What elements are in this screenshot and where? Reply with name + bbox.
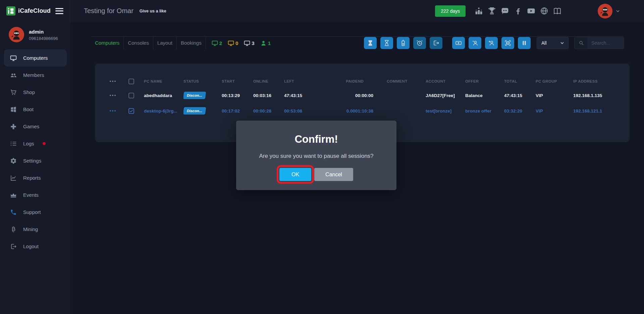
sidebar-item-mining[interactable]: Mining — [0, 221, 70, 238]
tab-computers[interactable]: Computers — [92, 37, 124, 49]
sidebar-item-settings[interactable]: Settings — [0, 152, 70, 169]
youtube-icon[interactable] — [527, 7, 535, 15]
col-end[interactable]: END — [355, 79, 387, 83]
logs-icon — [10, 140, 17, 147]
col-total[interactable]: TOTAL — [504, 79, 536, 83]
sidebar-item-boot[interactable]: Boot — [0, 101, 70, 118]
dialog-title: Confirm! — [236, 133, 396, 145]
sidebar-user-block[interactable]: admin 096184986696 — [0, 22, 70, 42]
counter-value: 0 — [235, 40, 238, 46]
col-paid[interactable]: PAID — [346, 79, 355, 83]
app-logo: iCafeCloud — [6, 6, 51, 15]
sidebar-item-label: Shop — [23, 89, 35, 95]
cell-account: JA6D27[Free] — [426, 93, 465, 98]
logo-text: iCafeCloud — [18, 7, 51, 14]
sidebar-item-games[interactable]: Games — [0, 118, 70, 135]
cell-total: 47:43:15 — [504, 93, 536, 98]
search-icon — [575, 37, 588, 49]
col-status[interactable]: STATUS — [183, 79, 222, 83]
hourglass-filled-icon[interactable] — [364, 37, 377, 49]
member-add-icon[interactable] — [485, 37, 498, 49]
cash-icon[interactable] — [452, 37, 465, 49]
cell-online: 00:03:16 — [253, 93, 284, 98]
tab-layout[interactable]: Layout — [153, 37, 177, 49]
cell-online: 00:00:28 — [253, 108, 284, 114]
computer-row[interactable]: desktop-6j3rg... Discon... 00:17:02 00:0… — [103, 103, 622, 119]
facebook-icon[interactable] — [514, 7, 522, 15]
member-star-icon[interactable] — [469, 37, 481, 49]
hourglass-icon[interactable] — [380, 37, 393, 49]
header-menu-icon[interactable] — [103, 81, 128, 82]
col-pc-group[interactable]: PC GROUP — [536, 79, 573, 83]
computer-row[interactable]: abedhaddara Discon... 00:13:29 00:03:16 … — [103, 88, 622, 103]
row-checkbox[interactable] — [128, 93, 134, 98]
cell-ip-address: 192.168.121.1 — [573, 108, 622, 114]
cell-end: 01:10:38 — [355, 108, 387, 114]
ok-button[interactable]: OK — [279, 168, 311, 181]
status-badge: Discon... — [183, 107, 206, 115]
sidebar-item-support[interactable]: Support — [0, 204, 70, 221]
col-comment[interactable]: COMMENT — [387, 79, 426, 83]
sidebar-item-events[interactable]: Events — [0, 186, 70, 204]
col-left[interactable]: LEFT — [284, 79, 341, 83]
counter-value: 2 — [219, 40, 222, 46]
pc-group-filter-select[interactable]: All — [537, 37, 569, 49]
top-header: iCafeCloud Testing for Omar Give us a li… — [0, 0, 644, 22]
sign-out-icon[interactable] — [430, 37, 442, 49]
cancel-button[interactable]: Cancel — [314, 168, 353, 181]
give-us-a-like-link[interactable]: Give us a like — [140, 9, 166, 13]
tab-consoles[interactable]: Consoles — [124, 37, 153, 49]
col-ip-address[interactable]: IP ADDRESS — [573, 79, 622, 83]
crown-icon — [10, 192, 17, 198]
alarm-icon[interactable] — [413, 37, 426, 49]
pause-icon[interactable] — [518, 37, 531, 49]
logs-alert-dot — [43, 142, 46, 145]
sidebar-item-shop[interactable]: Shop — [0, 84, 70, 101]
sidebar-nav: Computers Members Shop Boot Games Logs S… — [0, 49, 70, 255]
discord-icon[interactable] — [501, 7, 509, 15]
filter-selected-value: All — [541, 40, 547, 46]
trophy-icon[interactable] — [488, 7, 496, 15]
counter-members: 1 — [260, 40, 271, 46]
col-offer[interactable]: OFFER — [465, 79, 504, 83]
account-menu[interactable] — [598, 4, 621, 18]
cell-pc-group: VIP — [536, 108, 573, 114]
row-menu-icon[interactable] — [103, 95, 128, 96]
sidebar-item-members[interactable]: Members — [0, 66, 70, 84]
screenshot-icon[interactable] — [501, 37, 514, 49]
bitcoin-icon — [10, 226, 17, 233]
sidebar-item-label: Games — [23, 124, 39, 129]
sidebar-toggle-button[interactable] — [55, 8, 63, 14]
sidebar-item-logs[interactable]: Logs — [0, 135, 70, 152]
monitor-icon — [10, 55, 17, 61]
col-account[interactable]: ACCOUNT — [426, 79, 465, 83]
dialog-message: Are you sure you want to pause all sessi… — [236, 153, 396, 160]
logo-area: iCafeCloud — [0, 0, 70, 22]
sidebar-item-label: Computers — [23, 55, 48, 61]
col-start[interactable]: START — [222, 79, 253, 83]
counter-online: 2 — [212, 40, 222, 46]
globe-icon[interactable] — [540, 7, 548, 15]
members-icon — [10, 72, 17, 79]
row-menu-icon[interactable] — [103, 110, 128, 111]
confirm-dialog: Confirm! Are you sure you want to pause … — [236, 121, 396, 190]
subscription-days-badge[interactable]: 222 days — [435, 5, 466, 17]
monitor-icon — [212, 40, 218, 46]
select-all-checkbox[interactable] — [128, 79, 134, 84]
icafecloud-logo-icon — [6, 6, 15, 15]
user-avatar — [598, 4, 612, 18]
battery-icon[interactable] — [397, 37, 410, 49]
sidebar-item-logout[interactable]: Logout — [0, 238, 70, 255]
sidebar-item-computers[interactable]: Computers — [4, 49, 67, 66]
sidebar-item-reports[interactable]: Reports — [0, 169, 70, 186]
col-pc-name[interactable]: PC NAME — [144, 79, 183, 83]
toolbar: Computers Consoles Layout Bookings 2 0 3… — [92, 36, 624, 49]
col-online[interactable]: ONLINE — [253, 79, 284, 83]
tab-bookings[interactable]: Bookings — [177, 37, 206, 49]
row-checkbox[interactable] — [128, 108, 134, 114]
windows-icon — [10, 106, 17, 113]
search-input[interactable] — [588, 37, 624, 49]
guide-icon[interactable] — [553, 7, 561, 15]
gamepad-icon — [10, 123, 17, 130]
rank-icon[interactable] — [475, 7, 483, 15]
